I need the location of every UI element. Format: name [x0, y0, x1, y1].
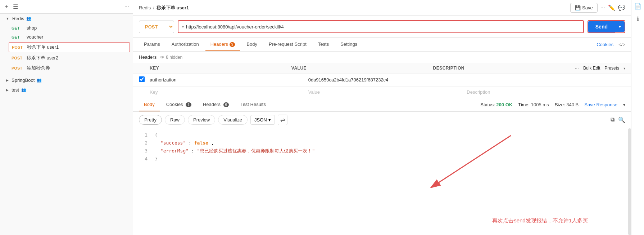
sidebar: ＋ ☰ ··· ▼ Redis 👥 GET shop GET voucher P… — [0, 0, 133, 235]
annotation-text: 再次点击send发现报错，不允许1人多买 — [492, 217, 588, 223]
response-tab-test-results[interactable]: Test Results — [235, 98, 271, 111]
chevron-down-icon: ▼ — [6, 17, 9, 21]
add-icon[interactable]: ＋ — [4, 3, 9, 10]
save-button[interactable]: 💾 Save — [570, 3, 597, 13]
collection-redis[interactable]: ▼ Redis 👥 — [0, 14, 133, 23]
response-tab-headers[interactable]: Headers 6 — [198, 98, 234, 111]
eye-icon: 👁 — [160, 55, 164, 60]
chevron-right-icon: ▶ — [6, 88, 9, 92]
collection-springboot[interactable]: ▶ SpringBoot 👥 — [0, 75, 133, 85]
main-topbar: Redis / 秒杀下单 user1 💾 Save ··· ✏️ 💬 — [133, 0, 631, 16]
table-empty-row: Key Value Description — [133, 87, 631, 98]
value-cell[interactable]: 0da91650ca2b4fd1a706219f687232c4 — [308, 77, 467, 83]
headers-row: Headers 👁 8 hidden — [139, 54, 625, 60]
request-item-post-seckill-user2[interactable]: POST 秒杀下单 user2 — [0, 53, 133, 63]
presets-chevron-icon: ▾ — [623, 66, 625, 70]
save-response-link[interactable]: Save Response — [584, 102, 617, 107]
team-icon: 👥 — [26, 16, 31, 21]
request-item-get-voucher[interactable]: GET voucher — [0, 32, 133, 41]
table-row: authorization 0da91650ca2b4fd1a706219f68… — [133, 74, 631, 87]
method-badge-post: POST — [12, 56, 24, 60]
tab-settings[interactable]: Settings — [335, 38, 362, 51]
json-line-2: 2 "success" : false , — [139, 139, 625, 147]
preview-button[interactable]: Preview — [188, 115, 215, 125]
code-icon[interactable]: </> — [618, 42, 625, 47]
tab-pre-request-script[interactable]: Pre-request Script — [264, 38, 312, 51]
send-button-wrapper: Send ▾ — [588, 20, 625, 33]
url-input-wrapper: ▾ — [178, 20, 584, 33]
annotation-area: 再次点击send发现报错，不允许1人多买 — [492, 217, 588, 224]
headers-resp-count-badge: 6 — [223, 102, 229, 107]
key-cell[interactable]: authorization — [150, 77, 308, 83]
request-item-post-add-voucher[interactable]: POST 添加秒杀券 — [0, 63, 133, 73]
json-line-4: 4 } — [139, 155, 625, 163]
request-item-post-seckill-user1[interactable]: POST 秒杀下单 user1 — [9, 42, 130, 52]
copy-icon[interactable]: ⧉ — [611, 116, 614, 123]
json-line-1: 1 { — [139, 131, 625, 139]
tab-params[interactable]: Params — [139, 38, 165, 51]
tab-authorization[interactable]: Authorization — [167, 38, 204, 51]
breadcrumb: Redis / 秒杀下单 user1 — [139, 5, 567, 11]
scrollbar[interactable] — [628, 128, 631, 235]
search-icon[interactable]: 🔍 — [618, 116, 625, 123]
main-content: Redis / 秒杀下单 user1 💾 Save ··· ✏️ 💬 POST … — [133, 0, 631, 235]
topbar-actions: 💾 Save ··· ✏️ 💬 — [570, 3, 625, 13]
hidden-badge[interactable]: 👁 8 hidden — [160, 55, 182, 60]
col-value-header: VALUE — [291, 66, 433, 71]
format-select[interactable]: JSON ▾ — [250, 115, 275, 125]
method-badge-post: POST — [12, 45, 24, 49]
response-icons: ⧉ 🔍 — [611, 116, 625, 123]
headers-label: Headers — [139, 54, 157, 60]
request-bar: POST GET PUT DELETE ▾ Send ▾ — [133, 16, 631, 38]
empty-value[interactable]: Value — [308, 89, 467, 95]
pretty-button[interactable]: Pretty — [139, 115, 162, 125]
filter-icon[interactable]: ☰ — [13, 3, 18, 10]
collection-test[interactable]: ▶ test 👥 — [0, 85, 133, 95]
empty-key[interactable]: Key — [150, 89, 308, 95]
right-sidebar-info-icon[interactable]: ℹ — [637, 15, 639, 22]
send-button-group: Send ▾ — [588, 21, 625, 32]
response-toolbar: Pretty Raw Preview Visualize JSON ▾ ⇌ ⧉ … — [133, 112, 631, 128]
collection-name: SpringBoot — [12, 77, 35, 83]
sidebar-dots-icon[interactable]: ··· — [124, 4, 129, 10]
checkbox-cell — [139, 76, 150, 83]
comment-icon[interactable]: 💬 — [618, 4, 625, 11]
request-name: 添加秒杀券 — [27, 65, 50, 71]
bulk-edit-button[interactable]: Bulk Edit — [583, 66, 600, 71]
topbar-dots-icon[interactable]: ··· — [600, 5, 605, 11]
table-dots-icon[interactable]: ··· — [575, 65, 579, 71]
tab-body[interactable]: Body — [241, 38, 262, 51]
json-line-3: 3 "errorMsg" : "您已经购买过该优惠券，优惠券限制每人仅购买一次！… — [139, 147, 625, 155]
chevron-right-icon: ▶ — [6, 78, 9, 82]
visualize-button[interactable]: Visualize — [218, 115, 248, 125]
col-actions: ··· Bulk Edit Presets ▾ — [575, 65, 625, 71]
raw-button[interactable]: Raw — [165, 115, 185, 125]
method-badge-post: POST — [12, 66, 24, 70]
filter-icon[interactable]: ⇌ — [278, 115, 287, 125]
response-tab-body[interactable]: Body — [139, 98, 160, 111]
right-sidebar: 📄 ℹ — [631, 0, 644, 235]
presets-button[interactable]: Presets — [604, 66, 619, 71]
response-tab-cookies[interactable]: Cookies 1 — [161, 98, 196, 111]
edit-icon[interactable]: ✏️ — [608, 4, 615, 11]
request-item-get-shop[interactable]: GET shop — [0, 23, 133, 32]
collection-name: test — [12, 87, 19, 93]
col-desc-header: DESCRIPTION — [433, 66, 575, 71]
save-response-chevron[interactable]: ▾ — [623, 102, 625, 107]
request-name: 秒杀下单 user1 — [27, 44, 59, 50]
method-select[interactable]: POST GET PUT DELETE — [139, 21, 174, 33]
breadcrumb-current: 秒杀下单 user1 — [157, 5, 189, 11]
headers-count-badge: 9 — [230, 42, 235, 47]
row-checkbox[interactable] — [139, 76, 145, 82]
tab-tests[interactable]: Tests — [313, 38, 334, 51]
status-ok: 200 OK — [496, 102, 512, 107]
response-body: 1 { 2 "success" : false , 3 "errorMsg" — [133, 128, 631, 235]
send-button[interactable]: Send — [588, 21, 615, 32]
tab-headers[interactable]: Headers9 — [205, 38, 240, 51]
empty-desc[interactable]: Description — [467, 89, 625, 95]
request-name: voucher — [27, 34, 43, 40]
url-input[interactable] — [186, 24, 580, 30]
cookies-link[interactable]: Cookies — [597, 42, 613, 47]
send-dropdown-button[interactable]: ▾ — [615, 21, 625, 32]
right-sidebar-note-icon[interactable]: 📄 — [634, 3, 641, 10]
